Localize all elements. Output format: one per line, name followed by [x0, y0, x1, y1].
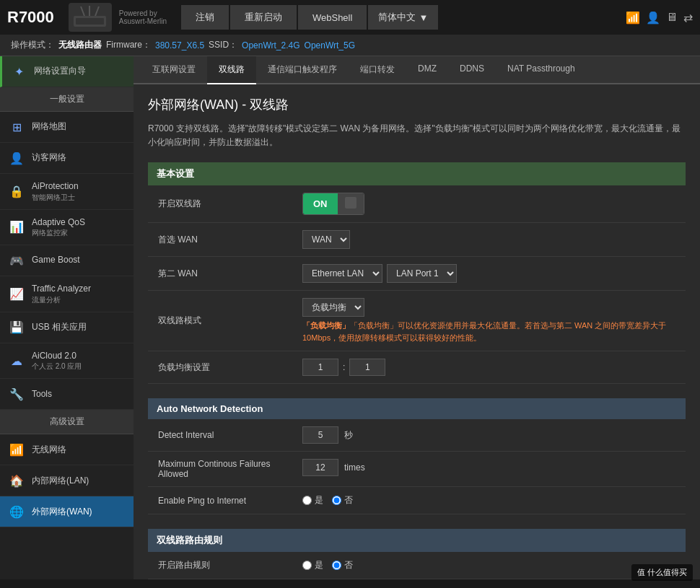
dual-mode-row: 双线路模式 负载均衡 「负载均衡」「负载均衡」可以优化资源使用并最大化流通量。若… [148, 291, 686, 351]
ping-yes-option[interactable]: 是 [302, 494, 323, 506]
detect-interval-unit: 秒 [344, 429, 353, 442]
ping-no-radio[interactable] [332, 496, 341, 505]
ping-yes-label: 是 [315, 494, 323, 506]
tab-internet[interactable]: 互联网设置 [141, 56, 207, 84]
usb-icon: 💾 [9, 320, 25, 335]
sidebar-item-network-map[interactable]: ⊞ 网络地图 [0, 112, 134, 143]
traffic-label: Traffic Analyzer 流量分析 [32, 284, 91, 304]
content-area: 互联网设置 双线路 通信端口触发程序 端口转发 DMZ DDNS NAT Pas… [134, 56, 700, 579]
routing-yes-label: 是 [315, 559, 323, 571]
ping-row: Enable Ping to Internet 是 否 [148, 487, 686, 514]
routing-rules-table: 开启路由规则 是 否 [148, 552, 686, 579]
lan-label: 内部网络(LAN) [32, 475, 89, 487]
user-icon: 👤 [646, 11, 660, 25]
primary-wan-select[interactable]: WAN [302, 230, 350, 249]
main-layout: ✦ 网络设置向导 一般设置 ⊞ 网络地图 👤 访客网络 🔒 AiProtecti… [0, 56, 700, 579]
game-boost-label: Game Boost [32, 255, 80, 266]
logout-button[interactable]: 注销 [181, 5, 229, 30]
top-nav: 注销 重新启动 WebShell 简体中文 ▼ [181, 5, 618, 30]
ssid-5g-link[interactable]: OpenWrt_5G [305, 40, 355, 51]
ratio-input-1[interactable] [302, 359, 338, 376]
sidebar-item-game-boost[interactable]: 🎮 Game Boost [0, 245, 134, 276]
routing-enable-label: 开启路由规则 [148, 552, 292, 579]
second-wan-row: 第二 WAN Ethernet LAN LAN Port 1 [148, 257, 686, 291]
sidebar-item-aicloud[interactable]: ☁ AiCloud 2.0 个人云 2.0 应用 [0, 343, 134, 379]
tab-port-trigger[interactable]: 通信端口触发程序 [256, 56, 349, 84]
routing-yes-option[interactable]: 是 [302, 559, 323, 571]
routing-no-radio[interactable] [332, 561, 341, 570]
sidebar-item-adaptive-qos[interactable]: 📊 Adaptive QoS 网络监控家 [0, 210, 134, 246]
page-content: 外部网络(WAN) - 双线路 R7000 支持双线路。选择"故障转移"模式设定… [134, 84, 700, 579]
wan-icon: 🌐 [9, 504, 25, 519]
reboot-button[interactable]: 重新启动 [230, 5, 297, 30]
brand-logo: R7000 [7, 8, 54, 27]
basic-settings-header: 基本设置 [148, 162, 686, 185]
auto-detection-section: Auto Network Detection Detect Interval 秒… [148, 398, 686, 514]
sidebar-item-tools[interactable]: 🔧 Tools [0, 379, 134, 410]
ratio-wrap: : [302, 359, 675, 376]
guest-label: 访客网络 [32, 152, 66, 164]
routing-rules-section: 双线路路由规则 开启路由规则 是 [148, 529, 686, 579]
dual-mode-select[interactable]: 负载均衡 [302, 298, 364, 317]
dual-wan-toggle[interactable]: ON [302, 193, 364, 215]
auto-detection-header: Auto Network Detection [148, 398, 686, 419]
tab-dmz[interactable]: DMZ [406, 56, 448, 84]
dual-mode-note: 「负载均衡」「负载均衡」可以优化资源使用并最大化流通量。若首选与第二 WAN 之… [302, 320, 675, 343]
top-bar: R7000 Powered by Asuswrt-Merlin 注销 重新启动 … [0, 0, 700, 35]
dual-mode-control: 负载均衡 「负载均衡」「负载均衡」可以优化资源使用并最大化流通量。若首选与第二 … [292, 291, 686, 351]
enable-dual-row: 开启双线路 ON [148, 185, 686, 223]
second-wan-type-select[interactable]: Ethernet LAN [302, 264, 382, 283]
tab-bar: 互联网设置 双线路 通信端口触发程序 端口转发 DMZ DDNS NAT Pas… [134, 56, 700, 84]
sidebar-item-guest-network[interactable]: 👤 访客网络 [0, 143, 134, 174]
sidebar-section-advanced: 高级设置 [0, 410, 134, 434]
powered-by: Powered by Asuswrt-Merlin [119, 9, 167, 25]
sidebar-item-wireless[interactable]: 📶 无线网络 [0, 434, 134, 465]
routing-no-option[interactable]: 否 [332, 559, 353, 571]
sidebar-item-aiprotection[interactable]: 🔒 AiProtection 智能网络卫士 [0, 174, 134, 210]
lan-icon: 🏠 [9, 473, 25, 488]
status-bar: 操作模式： 无线路由器 Firmware： 380.57_X6.5 SSID： … [0, 35, 700, 56]
second-wan-port-select[interactable]: LAN Port 1 [387, 264, 457, 283]
routing-radio-group: 是 否 [302, 559, 675, 571]
cloud-icon: ☁ [9, 353, 25, 369]
game-icon: 🎮 [9, 253, 25, 268]
router-image [69, 3, 112, 32]
tools-icon: 🔧 [9, 386, 25, 402]
tab-dual-wan[interactable]: 双线路 [207, 56, 256, 84]
language-button[interactable]: 简体中文 ▼ [368, 5, 438, 30]
wifi-icon: 📶 [626, 11, 640, 25]
toggle-on-button[interactable]: ON [303, 193, 338, 214]
top-icons: 📶 👤 🖥 ⇄ [626, 11, 693, 25]
max-failures-input[interactable] [302, 459, 338, 476]
sidebar-item-network-wizard[interactable]: ✦ 网络设置向导 [0, 56, 134, 87]
ping-yes-radio[interactable] [302, 496, 312, 505]
max-failures-control: times [292, 452, 686, 483]
tab-nat-passthrough[interactable]: NAT Passthrough [496, 56, 587, 84]
sidebar-item-traffic-analyzer[interactable]: 📈 Traffic Analyzer 流量分析 [0, 276, 134, 312]
ping-label: Enable Ping to Internet [148, 487, 292, 514]
sidebar-item-lan[interactable]: 🏠 内部网络(LAN) [0, 465, 134, 496]
second-wan-label: 第二 WAN [148, 257, 292, 291]
ratio-label: 负载均衡设置 [148, 351, 292, 384]
ping-no-option[interactable]: 否 [332, 494, 353, 506]
ratio-control: : [292, 351, 686, 384]
primary-wan-row: 首选 WAN WAN [148, 223, 686, 257]
routing-yes-radio[interactable] [302, 561, 312, 570]
ssid-2g-link[interactable]: OpenWrt_2.4G [242, 40, 299, 51]
tab-port-forward[interactable]: 端口转发 [349, 56, 406, 84]
ratio-input-2[interactable] [349, 359, 385, 376]
basic-settings-table: 开启双线路 ON 首选 WAN [148, 185, 686, 384]
sidebar-item-wan[interactable]: 🌐 外部网络(WAN) [0, 496, 134, 527]
page-description: R7000 支持双线路。选择"故障转移"模式设定第二 WAN 为备用网络。选择"… [148, 122, 686, 149]
detect-interval-input[interactable] [302, 426, 338, 444]
wan-label: 外部网络(WAN) [32, 506, 92, 518]
firmware-link[interactable]: 380.57_X6.5 [155, 40, 204, 51]
max-failures-label: Maximum Continous Failures Allowed [148, 452, 292, 487]
webshell-button[interactable]: WebShell [298, 5, 367, 30]
network-map-icon: ⊞ [9, 119, 25, 135]
basic-settings-section: 基本设置 开启双线路 ON [148, 162, 686, 384]
toggle-off-button[interactable] [338, 193, 364, 214]
page-title: 外部网络(WAN) - 双线路 [148, 96, 686, 113]
tab-ddns[interactable]: DDNS [448, 56, 496, 84]
sidebar-item-usb-apps[interactable]: 💾 USB 相关应用 [0, 312, 134, 343]
